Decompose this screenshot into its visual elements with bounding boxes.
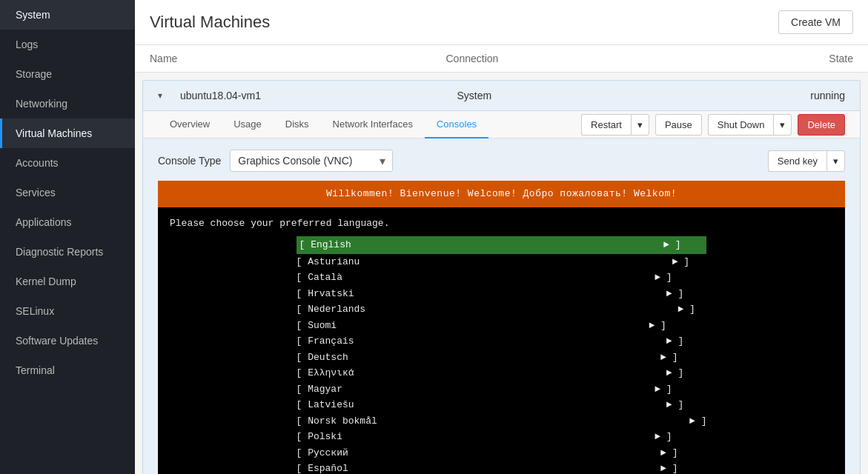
lang-item[interactable]: [ Español ► ]: [296, 461, 707, 474]
create-vm-button[interactable]: Create VM: [778, 10, 853, 34]
lang-item[interactable]: [ Norsk bokmål ► ]: [296, 413, 707, 430]
main-header: Virtual Machines Create VM: [135, 0, 868, 45]
console-label: Console Type: [158, 155, 221, 167]
send-key-dropdown-button[interactable]: ▾: [826, 150, 845, 172]
lang-item[interactable]: [ Latviešu ► ]: [296, 397, 707, 413]
col-connection: Connection: [446, 53, 743, 64]
tab-overview[interactable]: Overview: [158, 111, 222, 138]
lang-item[interactable]: [ English ► ]: [296, 236, 707, 254]
shutdown-dropdown-button[interactable]: ▾: [773, 114, 792, 136]
restart-dropdown-button[interactable]: ▾: [631, 114, 649, 136]
lang-item[interactable]: [ Nederlands ► ]: [296, 301, 707, 318]
lang-item[interactable]: [ Asturianu ► ]: [296, 254, 707, 270]
vm-actions: Restart ▾ Pause Shut Down ▾ Delete: [575, 114, 845, 136]
sidebar-item-diagnostic-reports[interactable]: Diagnostic Reports: [0, 237, 135, 267]
vnc-console[interactable]: Willkommen! Bienvenue! Welcome! Добро по…: [158, 181, 845, 474]
language-list-container: [ English ► ][ Asturianu ► ][ Català ► ]…: [170, 236, 833, 474]
tab-network-interfaces[interactable]: Network Interfaces: [321, 111, 425, 138]
main-content: Virtual Machines Create VM Name Connecti…: [135, 0, 868, 474]
sidebar-item-applications[interactable]: Applications: [0, 207, 135, 237]
vnc-body: Please choose your preferred language. […: [158, 207, 845, 475]
lang-item[interactable]: [ Suomi ► ]: [296, 318, 707, 334]
vm-row: ▾ ubuntu18.04-vm1 System running Overvie…: [142, 80, 861, 474]
col-name: Name: [150, 53, 446, 64]
vnc-banner: Willkommen! Bienvenue! Welcome! Добро по…: [158, 181, 845, 207]
vm-row-header[interactable]: ▾ ubuntu18.04-vm1 System running: [143, 81, 860, 111]
sidebar-item-accounts[interactable]: Accounts: [0, 148, 135, 178]
sidebar-item-software-updates[interactable]: Software Updates: [0, 326, 135, 356]
sidebar-item-selinux[interactable]: SELinux: [0, 296, 135, 326]
shutdown-group: Shut Down ▾: [708, 114, 792, 136]
lang-item[interactable]: [ Polski ► ]: [296, 429, 707, 445]
delete-button[interactable]: Delete: [798, 114, 845, 136]
vnc-prompt: Please choose your preferred language.: [170, 216, 833, 231]
sidebar-item-networking[interactable]: Networking: [0, 89, 135, 118]
vm-state: running: [734, 90, 845, 101]
sidebar-item-services[interactable]: Services: [0, 178, 135, 207]
restart-button[interactable]: Restart: [581, 114, 631, 136]
vm-tabs-bar: Overview Usage Disks Network Interfaces …: [143, 111, 860, 138]
console-select-wrapper: Graphics Console (VNC): [230, 150, 393, 172]
lang-item[interactable]: [ Hrvatski ► ]: [296, 286, 707, 302]
sidebar-item-logs[interactable]: Logs: [0, 30, 135, 59]
page-title: Virtual Machines: [150, 13, 270, 32]
send-key-group: Send key ▾: [768, 150, 845, 172]
pause-button[interactable]: Pause: [655, 114, 702, 136]
lang-item[interactable]: [ Magyar ► ]: [296, 381, 707, 398]
vm-area: ▾ ubuntu18.04-vm1 System running Overvie…: [135, 73, 868, 474]
lang-item[interactable]: [ Ελληνικά ► ]: [296, 365, 707, 381]
console-type-left: Console Type Graphics Console (VNC): [158, 150, 393, 172]
table-header: Name Connection State: [135, 45, 868, 73]
send-key-button[interactable]: Send key: [768, 150, 826, 172]
restart-group: Restart ▾: [581, 114, 649, 136]
sidebar-item-storage[interactable]: Storage: [0, 59, 135, 89]
console-type-select[interactable]: Graphics Console (VNC): [230, 150, 393, 172]
vm-name: ubuntu18.04-vm1: [180, 90, 457, 101]
lang-item[interactable]: [ Français ► ]: [296, 333, 707, 350]
lang-item[interactable]: [ Русский ► ]: [296, 445, 707, 461]
tab-usage[interactable]: Usage: [222, 111, 274, 138]
sidebar-item-system[interactable]: System: [0, 0, 135, 30]
sidebar-item-terminal[interactable]: Terminal: [0, 356, 135, 385]
tab-consoles[interactable]: Consoles: [425, 111, 488, 138]
lang-item[interactable]: [ Català ► ]: [296, 270, 707, 286]
sidebar: SystemLogsStorageNetworkingVirtual Machi…: [0, 0, 135, 474]
shutdown-button[interactable]: Shut Down: [708, 114, 774, 136]
expand-icon: ▾: [158, 90, 180, 101]
sidebar-item-kernel-dump[interactable]: Kernel Dump: [0, 267, 135, 296]
col-state: State: [742, 53, 853, 64]
vm-connection: System: [457, 90, 735, 101]
language-list: [ English ► ][ Asturianu ► ][ Català ► ]…: [296, 236, 707, 474]
lang-item[interactable]: [ Deutsch ► ]: [296, 350, 707, 366]
console-type-row: Console Type Graphics Console (VNC) Send…: [158, 150, 845, 172]
tab-disks[interactable]: Disks: [274, 111, 321, 138]
console-area: Console Type Graphics Console (VNC) Send…: [143, 138, 860, 474]
sidebar-item-virtual-machines[interactable]: Virtual Machines: [0, 118, 135, 148]
